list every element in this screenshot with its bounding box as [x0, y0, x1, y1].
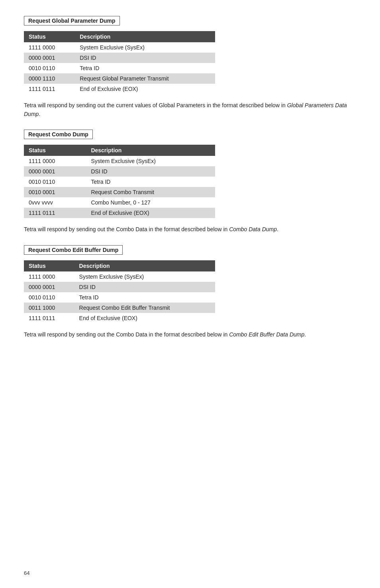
- table-row: 0vvv vvvvCombo Number, 0 - 127: [24, 197, 215, 208]
- status-cell: 0000 0001: [24, 282, 74, 292]
- status-cell: 0010 0001: [24, 187, 86, 197]
- section1-table: Status Description 1111 0000System Exclu…: [24, 31, 215, 94]
- section3-col-description: Description: [74, 260, 215, 271]
- section-combo-edit-buffer-dump: Request Combo Edit Buffer Dump Status De…: [24, 245, 356, 339]
- description-cell: End of Exclusive (EOX): [74, 313, 215, 323]
- page-number: 64: [24, 570, 29, 576]
- description-cell: DSI ID: [74, 282, 215, 292]
- section2-title: Request Combo Dump: [24, 130, 93, 139]
- description-cell: End of Exclusive (EOX): [86, 208, 215, 218]
- section2-col-status: Status: [24, 145, 86, 156]
- table-row: 0011 1000Request Combo Edit Buffer Trans…: [24, 303, 215, 313]
- section2-paragraph: Tetra will respond by sending out the Co…: [24, 225, 351, 234]
- table-row: 1111 0111End of Exclusive (EOX): [24, 313, 215, 323]
- table-row: 1111 0000System Exclusive (SysEx): [24, 156, 215, 166]
- section3-col-status: Status: [24, 260, 74, 271]
- table-row: 1111 0111End of Exclusive (EOX): [24, 208, 215, 218]
- status-cell: 0000 1110: [24, 73, 75, 84]
- description-cell: Request Combo Edit Buffer Transmit: [74, 303, 215, 313]
- status-cell: 0000 0001: [24, 53, 75, 63]
- table-row: 0000 1110Request Global Parameter Transm…: [24, 73, 215, 84]
- section-combo-dump: Request Combo Dump Status Description 11…: [24, 130, 356, 234]
- description-cell: Tetra ID: [86, 177, 215, 187]
- section2-paragraph-italic: Combo Data Dump: [229, 226, 277, 232]
- status-cell: 0011 1000: [24, 303, 74, 313]
- table-row: 0000 0001DSI ID: [24, 282, 215, 292]
- description-cell: Combo Number, 0 - 127: [86, 197, 215, 208]
- status-cell: 1111 0111: [24, 313, 74, 323]
- description-cell: Tetra ID: [75, 63, 215, 73]
- description-cell: System Exclusive (SysEx): [74, 271, 215, 282]
- table-row: 1111 0111End of Exclusive (EOX): [24, 84, 215, 94]
- section2-table: Status Description 1111 0000System Exclu…: [24, 145, 215, 218]
- status-cell: 0010 0110: [24, 292, 74, 303]
- table-row: 0010 0110Tetra ID: [24, 292, 215, 303]
- status-cell: 1111 0000: [24, 42, 75, 53]
- status-cell: 0vvv vvvv: [24, 197, 86, 208]
- description-cell: Request Combo Transmit: [86, 187, 215, 197]
- section2-col-description: Description: [86, 145, 215, 156]
- section-global-parameter-dump: Request Global Parameter Dump Status Des…: [24, 16, 356, 118]
- table-row: 0010 0110Tetra ID: [24, 177, 215, 187]
- description-cell: Request Global Parameter Transmit: [75, 73, 215, 84]
- status-cell: 1111 0111: [24, 84, 75, 94]
- description-cell: System Exclusive (SysEx): [75, 42, 215, 53]
- section3-table: Status Description 1111 0000System Exclu…: [24, 260, 215, 323]
- section1-title: Request Global Parameter Dump: [24, 16, 120, 26]
- status-cell: 0010 0110: [24, 177, 86, 187]
- section1-col-description: Description: [75, 31, 215, 42]
- description-cell: Tetra ID: [74, 292, 215, 303]
- status-cell: 1111 0000: [24, 271, 74, 282]
- description-cell: End of Exclusive (EOX): [75, 84, 215, 94]
- section3-title: Request Combo Edit Buffer Dump: [24, 245, 123, 255]
- description-cell: System Exclusive (SysEx): [86, 156, 215, 166]
- table-row: 0000 0001DSI ID: [24, 53, 215, 63]
- status-cell: 0010 0110: [24, 63, 75, 73]
- description-cell: DSI ID: [86, 166, 215, 177]
- section3-paragraph: Tetra will respond by sending out the Co…: [24, 330, 351, 339]
- section1-paragraph: Tetra will respond by sending out the cu…: [24, 101, 351, 118]
- table-row: 1111 0000System Exclusive (SysEx): [24, 42, 215, 53]
- table-row: 0010 0001Request Combo Transmit: [24, 187, 215, 197]
- table-row: 0010 0110Tetra ID: [24, 63, 215, 73]
- status-cell: 1111 0000: [24, 156, 86, 166]
- section1-col-status: Status: [24, 31, 75, 42]
- status-cell: 0000 0001: [24, 166, 86, 177]
- table-row: 1111 0000System Exclusive (SysEx): [24, 271, 215, 282]
- table-row: 0000 0001DSI ID: [24, 166, 215, 177]
- status-cell: 1111 0111: [24, 208, 86, 218]
- section3-paragraph-italic: Combo Edit Buffer Data Dump: [229, 331, 304, 338]
- description-cell: DSI ID: [75, 53, 215, 63]
